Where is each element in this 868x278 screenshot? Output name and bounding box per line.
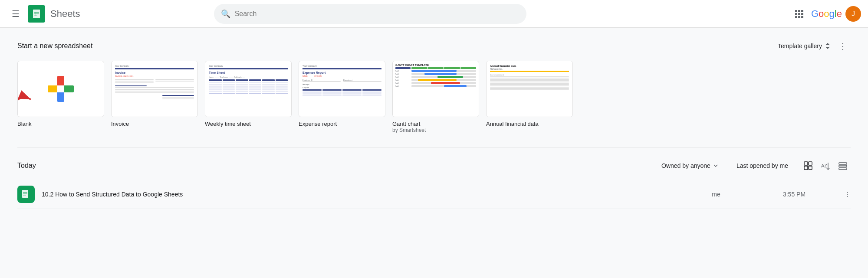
svg-rect-20 <box>839 163 847 164</box>
sort-az-icon: AZ <box>821 161 830 170</box>
hamburger-menu[interactable]: ☰ <box>7 5 24 23</box>
svg-rect-17 <box>804 166 808 170</box>
invoice-thumb: Your Company Invoice INVOICE #/DATE: 000… <box>111 61 198 117</box>
svg-rect-4 <box>36 12 36 16</box>
sheets-logo-icon <box>31 9 42 19</box>
list-view-icon <box>838 161 847 170</box>
svg-rect-18 <box>809 166 812 170</box>
svg-rect-27 <box>25 192 25 196</box>
timesheet-thumb: Your Company Time Sheet Name: _____ Time… <box>205 61 292 117</box>
svg-rect-12 <box>798 16 800 18</box>
invoice-label: Invoice <box>111 121 198 127</box>
section-divider <box>17 147 851 147</box>
file-more-button[interactable]: ⋮ <box>833 191 851 198</box>
list-view-button[interactable] <box>835 158 851 173</box>
main-content: Start a new spreadsheet Template gallery… <box>0 28 868 219</box>
apps-grid-button[interactable] <box>790 5 808 23</box>
annual-thumb: Annual financial data Alphabet Inc. Inco… <box>486 61 573 117</box>
templates-section-header: Start a new spreadsheet Template gallery… <box>17 38 851 54</box>
svg-rect-22 <box>839 168 847 170</box>
chevron-updown-icon <box>824 42 832 50</box>
svg-rect-8 <box>795 13 797 15</box>
header-right: Google J <box>790 5 861 23</box>
svg-rect-13 <box>801 16 803 18</box>
svg-rect-15 <box>804 162 808 165</box>
template-card-annual[interactable]: Annual financial data Alphabet Inc. Inco… <box>486 61 573 133</box>
google-branding: Google <box>811 8 842 20</box>
templates-section-title: Start a new spreadsheet <box>17 42 92 50</box>
svg-rect-9 <box>798 13 800 15</box>
grid-icon <box>795 10 803 18</box>
sort-label[interactable]: Last opened by me <box>731 160 793 172</box>
files-list: 10.2 How to Send Structured Data to Goog… <box>17 180 851 209</box>
svg-rect-5 <box>795 10 797 12</box>
timesheet-label: Weekly time sheet <box>205 121 292 127</box>
header-left: ☰ Sheets <box>7 5 80 23</box>
red-arrow-icon <box>17 84 46 114</box>
grid-view-button[interactable] <box>800 158 816 173</box>
svg-rect-11 <box>795 16 797 18</box>
svg-rect-6 <box>798 10 800 12</box>
file-owner: me <box>677 191 755 198</box>
search-bar[interactable]: 🔍 <box>214 4 526 24</box>
template-card-invoice[interactable]: Your Company Invoice INVOICE #/DATE: 000… <box>111 61 198 133</box>
expense-thumb: Your Company Expense Report NAME: _____ … <box>299 61 385 117</box>
template-card-expense[interactable]: Your Company Expense Report NAME: _____ … <box>299 61 385 133</box>
file-time: 3:55 PM <box>755 191 833 198</box>
user-avatar[interactable]: J <box>845 6 861 22</box>
filter-chevron-icon <box>712 162 719 169</box>
gantt-thumb: GANTT CHART TEMPLATE Task 1 <box>392 61 479 117</box>
file-name[interactable]: 10.2 How to Send Structured Data to Goog… <box>42 191 677 198</box>
gantt-label: Gantt chart <box>392 121 479 127</box>
templates-row: Blank Your Company Invoice INVOICE #/DAT… <box>17 61 851 137</box>
file-icon <box>17 186 35 203</box>
filter-label: Owned by anyone <box>661 162 710 169</box>
filter-button[interactable]: Owned by anyone <box>656 160 724 172</box>
template-card-gantt[interactable]: GANTT CHART TEMPLATE Task 1 <box>392 61 479 133</box>
grid-view-icon <box>804 161 812 170</box>
svg-rect-10 <box>801 13 803 15</box>
svg-rect-16 <box>809 162 812 165</box>
template-card-blank[interactable]: Blank <box>17 61 104 133</box>
recent-section-title: Today <box>17 162 649 170</box>
hamburger-icon: ☰ <box>12 9 20 19</box>
recent-section-header: Today Owned by anyone Last opened by me … <box>17 158 851 173</box>
template-gallery-button[interactable]: Template gallery <box>778 42 832 50</box>
search-input[interactable] <box>235 10 519 18</box>
svg-rect-1 <box>34 12 39 13</box>
gantt-sublabel: by Smartsheet <box>392 127 479 133</box>
search-icon: 🔍 <box>221 9 230 19</box>
annual-label: Annual financial data <box>486 121 573 127</box>
view-toggle: AZ <box>800 158 851 173</box>
app-title: Sheets <box>50 8 80 20</box>
app-header: ☰ Sheets 🔍 <box>0 0 868 28</box>
expense-label: Expense report <box>299 121 385 127</box>
sheets-file-icon <box>21 190 31 199</box>
templates-more-button[interactable]: ⋮ <box>835 38 851 54</box>
blank-label: Blank <box>17 121 104 127</box>
svg-rect-21 <box>839 165 847 167</box>
svg-text:AZ: AZ <box>821 163 827 168</box>
sheets-logo <box>28 5 45 23</box>
svg-rect-26 <box>23 195 26 196</box>
svg-rect-7 <box>801 10 803 12</box>
file-row: 10.2 How to Send Structured Data to Goog… <box>17 180 851 209</box>
template-gallery-label: Template gallery <box>778 43 822 49</box>
blank-thumb <box>17 61 104 117</box>
sort-az-button[interactable]: AZ <box>818 158 833 173</box>
svg-rect-2 <box>34 13 39 14</box>
template-card-timesheet[interactable]: Your Company Time Sheet Name: _____ Time… <box>205 61 292 133</box>
